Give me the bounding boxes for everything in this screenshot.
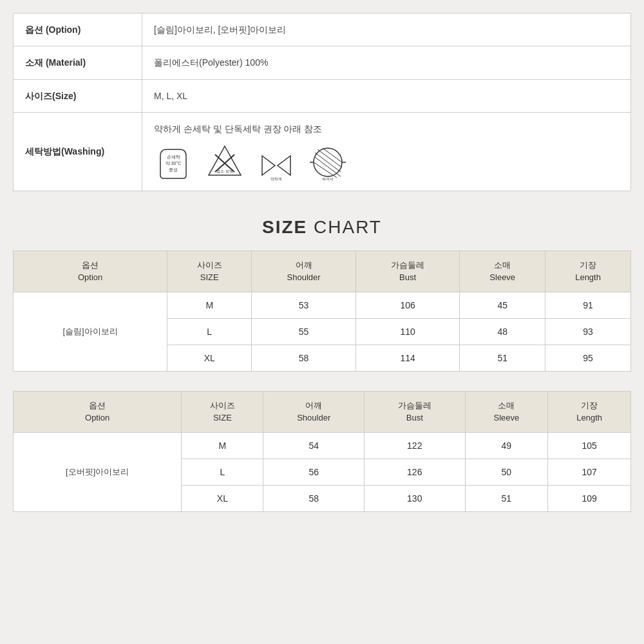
svg-text:중성: 중성 bbox=[169, 167, 178, 172]
table1-cell-sleeve: 48 bbox=[460, 318, 545, 345]
svg-text:뉘어서: 뉘어서 bbox=[322, 177, 334, 181]
size-table-1: 옵션Option 사이즈SIZE 어깨Shoulder 가슴둘레Bust 소매S… bbox=[13, 251, 631, 372]
table1-cell-bust: 114 bbox=[355, 345, 459, 371]
svg-text:약 30°C: 약 30°C bbox=[166, 161, 182, 166]
table1-cell-bust: 110 bbox=[355, 318, 459, 345]
gentledry-icon: 약하게 bbox=[257, 143, 296, 182]
option-label: 옵션 (Option) bbox=[14, 14, 142, 46]
table1-header-size: 사이즈SIZE bbox=[167, 251, 252, 292]
table2-cell-sleeve: 51 bbox=[465, 485, 548, 511]
table2-cell-size: M bbox=[182, 432, 263, 459]
option-value: [슬림]아이보리, [오버핏]아이보리 bbox=[142, 14, 631, 46]
table2-cell-shoulder: 56 bbox=[263, 459, 365, 485]
table2-cell-size: L bbox=[182, 459, 263, 485]
table1-cell-shoulder: 53 bbox=[252, 292, 356, 318]
size-chart-light: CHART bbox=[307, 217, 382, 237]
table1-cell-sleeve: 45 bbox=[460, 292, 545, 318]
table2-header-length: 기장Length bbox=[548, 391, 631, 432]
table1-header-shoulder: 어깨Shoulder bbox=[252, 251, 356, 292]
size-table-2: 옵션Option 사이즈SIZE 어깨Shoulder 가슴둘레Bust 소매S… bbox=[13, 391, 631, 512]
table1-cell-sleeve: 51 bbox=[460, 345, 545, 371]
table1-cell-bust: 106 bbox=[355, 292, 459, 318]
size-label: 사이즈(Size) bbox=[14, 79, 142, 112]
table1-header-row: 옵션Option 사이즈SIZE 어깨Shoulder 가슴둘레Bust 소매S… bbox=[14, 251, 631, 292]
table1-cell-size: XL bbox=[167, 345, 252, 371]
table-row: [오버핏]아이보리M5412249105 bbox=[14, 432, 631, 459]
table2-cell-size: XL bbox=[182, 485, 263, 511]
nobleach-icon: 염소 표백 bbox=[205, 143, 244, 182]
washing-row: 세탁방법(Washing) 약하게 손세탁 및 단독세탁 권장 아래 참조 약 … bbox=[14, 113, 631, 191]
table2-header-sleeve: 소매Sleeve bbox=[465, 391, 548, 432]
washing-label: 세탁방법(Washing) bbox=[14, 113, 142, 191]
size-table-2-wrapper: 옵션Option 사이즈SIZE 어깨Shoulder 가슴둘레Bust 소매S… bbox=[13, 391, 631, 512]
table1-cell-length: 93 bbox=[545, 318, 631, 345]
material-label: 소재 (Material) bbox=[14, 46, 142, 79]
svg-text:염소 표백: 염소 표백 bbox=[216, 169, 233, 173]
option-row: 옵션 (Option) [슬림]아이보리, [오버핏]아이보리 bbox=[14, 14, 631, 46]
table1-cell-length: 95 bbox=[545, 345, 631, 371]
info-table: 옵션 (Option) [슬림]아이보리, [오버핏]아이보리 소재 (Mate… bbox=[13, 13, 631, 191]
table2-cell-length: 105 bbox=[548, 432, 631, 459]
table-row: [슬림]아이보리M531064591 bbox=[14, 292, 631, 318]
laydry-icon: 뉘어서 bbox=[308, 143, 347, 182]
table1-cell-size: M bbox=[167, 292, 252, 318]
table2-header-shoulder: 어깨Shoulder bbox=[263, 391, 365, 432]
svg-text:약하게: 약하게 bbox=[270, 177, 282, 181]
washing-value: 약하게 손세탁 및 단독세탁 권장 아래 참조 약 30°C 중성 손세탁 bbox=[142, 113, 631, 191]
table2-cell-shoulder: 54 bbox=[263, 432, 365, 459]
svg-text:손세탁: 손세탁 bbox=[167, 155, 180, 160]
table1-header-bust: 가슴둘레Bust bbox=[355, 251, 459, 292]
table2-cell-bust: 130 bbox=[365, 485, 466, 511]
size-table-1-wrapper: 옵션Option 사이즈SIZE 어깨Shoulder 가슴둘레Bust 소매S… bbox=[13, 251, 631, 372]
table2-cell-sleeve: 49 bbox=[465, 432, 548, 459]
size-value: M, L, XL bbox=[142, 79, 631, 112]
table2-cell-shoulder: 58 bbox=[263, 485, 365, 511]
table1-cell-size: L bbox=[167, 318, 252, 345]
table1-cell-length: 91 bbox=[545, 292, 631, 318]
table2-header-option: 옵션Option bbox=[14, 391, 182, 432]
table1-header-option: 옵션Option bbox=[14, 251, 167, 292]
table2-cell-bust: 126 bbox=[365, 459, 466, 485]
size-row: 사이즈(Size) M, L, XL bbox=[14, 79, 631, 112]
table2-header-size: 사이즈SIZE bbox=[182, 391, 263, 432]
handwash-icon: 약 30°C 중성 손세탁 bbox=[154, 143, 193, 182]
material-row: 소재 (Material) 폴리에스터(Polyester) 100% bbox=[14, 46, 631, 79]
table2-header-bust: 가슴둘레Bust bbox=[365, 391, 466, 432]
size-chart-title: SIZE CHART bbox=[13, 217, 631, 238]
table1-header-length: 기장Length bbox=[545, 251, 631, 292]
size-chart-bold: SIZE bbox=[262, 217, 307, 237]
table2-header-row: 옵션Option 사이즈SIZE 어깨Shoulder 가슴둘레Bust 소매S… bbox=[14, 391, 631, 432]
table2-option-name: [오버핏]아이보리 bbox=[14, 432, 182, 511]
table1-cell-shoulder: 58 bbox=[252, 345, 356, 371]
table2-cell-length: 107 bbox=[548, 459, 631, 485]
table2-cell-length: 109 bbox=[548, 485, 631, 511]
table1-header-sleeve: 소매Sleeve bbox=[460, 251, 545, 292]
svg-line-9 bbox=[315, 153, 341, 172]
table1-cell-shoulder: 55 bbox=[252, 318, 356, 345]
table2-cell-sleeve: 50 bbox=[465, 459, 548, 485]
table2-cell-bust: 122 bbox=[365, 432, 466, 459]
material-value: 폴리에스터(Polyester) 100% bbox=[142, 46, 631, 79]
table1-option-name: [슬림]아이보리 bbox=[14, 292, 167, 371]
washing-icons: 약 30°C 중성 손세탁 염소 표백 bbox=[154, 143, 619, 182]
washing-note: 약하게 손세탁 및 단독세탁 권장 아래 참조 bbox=[154, 122, 619, 136]
